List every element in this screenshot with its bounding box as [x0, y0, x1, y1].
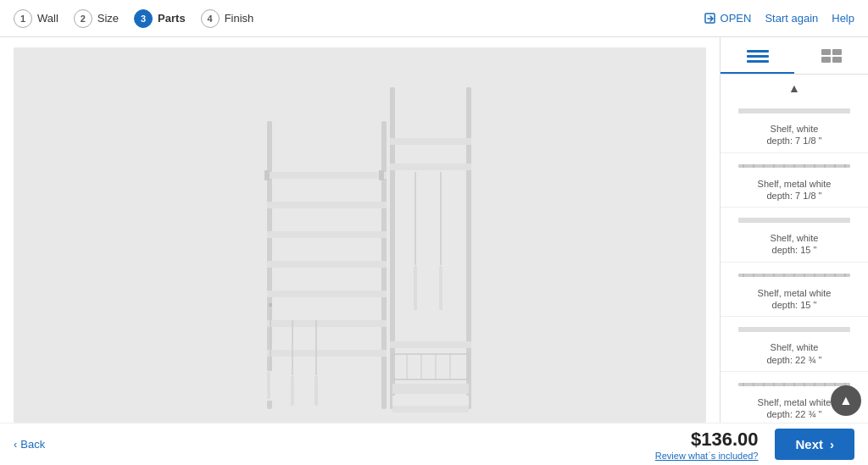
- step-circle-1: 1: [14, 9, 32, 28]
- step-parts[interactable]: 3 Parts: [134, 9, 186, 28]
- svg-rect-9: [267, 320, 387, 327]
- footer: ‹ Back $136.00 Review what´s included? N…: [0, 423, 868, 465]
- shelf-preview-icon: [735, 268, 854, 283]
- shelf-preview-icon: [735, 103, 854, 119]
- shelf-label-3: Shelf, metal white depth: 15 ": [758, 287, 832, 312]
- svg-rect-27: [414, 266, 417, 310]
- sidebar-item-2[interactable]: Shelf, white depth: 15 ": [721, 208, 868, 263]
- sidebar-list: ▲ Shelf, white depth: 7 1/8 "Shelf, meta…: [721, 75, 868, 423]
- svg-rect-62: [738, 218, 850, 223]
- shelves-tab-icon: [746, 47, 770, 63]
- svg-rect-31: [390, 341, 471, 348]
- svg-rect-45: [821, 49, 831, 55]
- sidebar-item-3[interactable]: Shelf, metal white depth: 15 ": [721, 263, 868, 318]
- items-tab-icon: [820, 47, 843, 63]
- help-button[interactable]: Help: [832, 12, 854, 25]
- sidebar-tabs: [721, 37, 868, 75]
- svg-rect-37: [392, 384, 469, 394]
- shelf-preview-icon: [735, 322, 854, 337]
- back-button[interactable]: ‹ Back: [14, 438, 45, 451]
- svg-rect-42: [747, 50, 769, 53]
- svg-rect-10: [267, 350, 387, 357]
- step-circle-2: 2: [74, 9, 92, 28]
- step-label-size: Size: [97, 12, 119, 25]
- shelf-label-5: Shelf, metal white depth: 22 ¾ ": [758, 396, 832, 421]
- open-icon: [704, 13, 716, 25]
- step-wall[interactable]: 1 Wall: [14, 9, 58, 28]
- step-finish[interactable]: 4 Finish: [201, 9, 254, 28]
- shelf-label-0: Shelf, white depth: 7 1/8 ": [766, 123, 821, 147]
- svg-rect-8: [267, 291, 387, 297]
- svg-rect-41: [379, 170, 384, 180]
- step-size[interactable]: 2 Size: [74, 9, 119, 28]
- price-section: $136.00 Review what´s included?: [655, 429, 759, 461]
- step-label-finish: Finish: [225, 12, 254, 25]
- svg-rect-75: [738, 327, 850, 332]
- svg-rect-6: [267, 231, 387, 238]
- sidebar-item-0[interactable]: Shelf, white depth: 7 1/8 ": [721, 98, 868, 153]
- open-button[interactable]: OPEN: [704, 12, 752, 25]
- sidebar-item-1[interactable]: Shelf, metal white depth: 7 1/8 ": [721, 153, 868, 208]
- step-circle-4: 4: [201, 9, 220, 28]
- step-circle-3: 3: [134, 9, 153, 28]
- svg-rect-20: [314, 376, 318, 406]
- svg-rect-5: [267, 202, 387, 208]
- svg-rect-4: [267, 172, 387, 179]
- shelf-label-1: Shelf, metal white depth: 7 1/8 ": [758, 178, 832, 202]
- sidebar-item-4[interactable]: Shelf, white depth: 22 ¾ ": [721, 317, 868, 372]
- start-again-button[interactable]: Start again: [765, 12, 818, 25]
- svg-rect-46: [832, 49, 842, 55]
- next-button[interactable]: Next ›: [775, 429, 854, 460]
- step-label-wall: Wall: [37, 12, 58, 25]
- svg-rect-11: [269, 303, 272, 307]
- main: ▲ Shelf, white depth: 7 1/8 "Shelf, meta…: [0, 37, 868, 423]
- review-included-link[interactable]: Review what´s included?: [655, 451, 759, 461]
- sidebar-tab-items[interactable]: [794, 37, 868, 74]
- svg-rect-44: [747, 60, 769, 63]
- shelf-label-2: Shelf, white depth: 15 ": [771, 232, 819, 257]
- step-label-parts: Parts: [158, 12, 186, 25]
- shelf-preview-icon: [735, 158, 854, 174]
- shelf-label-4: Shelf, white depth: 22 ¾ ": [766, 341, 821, 366]
- svg-rect-14: [267, 372, 270, 399]
- scroll-to-top-button[interactable]: ▲: [831, 385, 861, 416]
- canvas-area: [0, 37, 720, 423]
- svg-rect-48: [832, 57, 842, 63]
- shelf-preview-icon: [735, 213, 854, 228]
- price-amount: $136.00: [655, 429, 759, 451]
- design-canvas[interactable]: [14, 47, 706, 423]
- svg-rect-24: [390, 163, 471, 170]
- sidebar-tab-shelves[interactable]: [721, 37, 794, 74]
- svg-rect-39: [392, 406, 469, 412]
- svg-rect-43: [747, 55, 769, 58]
- header-actions: OPEN Start again Help: [704, 12, 854, 25]
- next-arrow-icon: ›: [830, 437, 834, 451]
- scroll-up-button[interactable]: ▲: [721, 78, 868, 98]
- closet-illustration: [216, 53, 504, 418]
- svg-rect-30: [439, 266, 442, 310]
- svg-rect-47: [821, 57, 831, 63]
- svg-rect-17: [291, 376, 294, 406]
- svg-rect-38: [392, 396, 469, 406]
- svg-rect-7: [267, 261, 387, 268]
- svg-rect-40: [264, 170, 270, 180]
- footer-right: $136.00 Review what´s included? Next ›: [655, 429, 854, 461]
- steps-nav: 1 Wall 2 Size 3 Parts 4 Finish: [14, 9, 704, 28]
- svg-rect-49: [738, 108, 850, 113]
- svg-rect-23: [390, 138, 471, 145]
- sidebar: ▲ Shelf, white depth: 7 1/8 "Shelf, meta…: [720, 37, 868, 423]
- back-chevron-icon: ‹: [14, 438, 17, 451]
- header: 1 Wall 2 Size 3 Parts 4 Finish OPEN Star…: [0, 0, 868, 37]
